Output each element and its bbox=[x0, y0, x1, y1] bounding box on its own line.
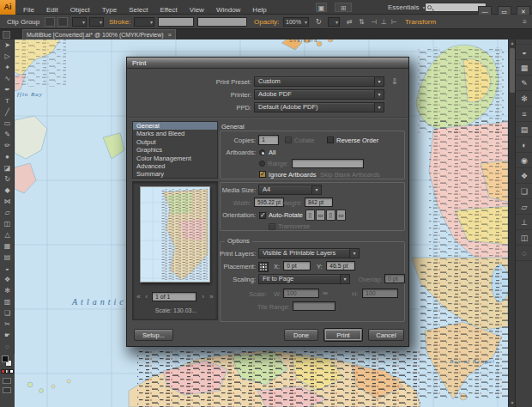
link-dimensions-icon[interactable]: ∞ bbox=[323, 289, 328, 299]
workspace-switcher[interactable]: Essentials bbox=[388, 0, 425, 15]
ppd-dropdown[interactable]: Default (Adobe PDF) bbox=[254, 102, 384, 112]
printer-dropdown[interactable]: Adobe PDF bbox=[254, 89, 384, 100]
color-panel-icon[interactable]: ◒ bbox=[516, 45, 532, 60]
transparency-panel-icon[interactable]: ◐ bbox=[516, 137, 532, 153]
collate-checkbox[interactable] bbox=[285, 137, 292, 143]
perspective-grid-tool[interactable]: △ bbox=[0, 229, 15, 240]
drawing-mode-icon[interactable] bbox=[3, 378, 11, 384]
ignore-artboards-checkbox[interactable] bbox=[259, 171, 266, 178]
eraser-tool[interactable]: ◪ bbox=[0, 162, 15, 173]
eyedropper-tool[interactable]: ◒ bbox=[0, 263, 15, 274]
width-tool[interactable]: ⋈ bbox=[0, 196, 15, 207]
orientation-portrait-up-button[interactable]: ▯ bbox=[305, 210, 315, 221]
stroke-weight-stepper[interactable] bbox=[134, 17, 154, 27]
screen-mode-icon[interactable] bbox=[3, 387, 11, 393]
navigator-panel-icon[interactable]: ◌ bbox=[516, 246, 532, 261]
transverse-checkbox[interactable] bbox=[269, 223, 275, 230]
stroke-color-dropdown[interactable] bbox=[89, 17, 104, 27]
align-left-icon[interactable]: ⊣ bbox=[371, 15, 377, 29]
range-field[interactable] bbox=[292, 159, 364, 168]
free-transform-tool[interactable]: ▱ bbox=[0, 207, 15, 218]
media-size-dropdown[interactable]: A4 bbox=[258, 185, 322, 195]
print-layers-dropdown[interactable]: Visible & Printable Layers bbox=[258, 248, 360, 258]
flip-horizontal-icon[interactable]: ⇄ bbox=[347, 15, 353, 29]
y-field[interactable]: 46.5 pt bbox=[326, 261, 355, 270]
section-summary[interactable]: Summary bbox=[133, 170, 217, 178]
next-page-icon[interactable]: › bbox=[199, 292, 207, 301]
fill-swatch[interactable] bbox=[2, 355, 9, 362]
rectangle-tool[interactable]: ▭ bbox=[0, 118, 15, 129]
close-tab-icon[interactable]: × bbox=[168, 31, 172, 39]
align-right-icon[interactable]: ⊢ bbox=[391, 15, 397, 29]
stroke-indicator-icon[interactable] bbox=[57, 17, 68, 27]
app-logo[interactable]: Ai bbox=[0, 0, 15, 15]
direct-selection-tool[interactable]: ▷ bbox=[0, 51, 15, 62]
fill-color-dropdown[interactable] bbox=[72, 17, 87, 27]
rotate-tool[interactable]: ↻ bbox=[0, 173, 15, 185]
slice-tool[interactable]: ✂ bbox=[0, 319, 15, 330]
scaling-dropdown[interactable]: Fit to Page bbox=[258, 274, 350, 284]
artboards-range-radio[interactable] bbox=[259, 161, 265, 167]
recolor-artwork-icon[interactable]: ↻ bbox=[316, 15, 322, 29]
scale-w-field[interactable]: 100 bbox=[283, 289, 319, 298]
scale-h-field[interactable]: 100 bbox=[362, 289, 398, 298]
hand-tool[interactable]: ☛ bbox=[0, 330, 15, 341]
shape-builder-tool[interactable]: ◫ bbox=[0, 218, 15, 229]
vertical-scrollbar[interactable]: ▲ ▼ bbox=[508, 39, 515, 407]
orientation-landscape-right-button[interactable]: ▭ bbox=[336, 210, 346, 221]
section-general[interactable]: General bbox=[133, 122, 217, 130]
column-graph-tool[interactable]: ▥ bbox=[0, 296, 15, 307]
mesh-tool[interactable]: ▦ bbox=[0, 240, 15, 252]
brushes-panel-icon[interactable]: ✎ bbox=[516, 76, 532, 91]
symbols-panel-icon[interactable]: ✻ bbox=[516, 91, 532, 106]
last-page-icon[interactable]: » bbox=[208, 292, 215, 301]
control-panel-menu-icon[interactable]: ≡ bbox=[523, 15, 527, 29]
transform-link[interactable]: Transform bbox=[405, 15, 436, 29]
graphic-styles-panel-icon[interactable]: ❖ bbox=[516, 168, 532, 184]
symbol-sprayer-tool[interactable]: ✻ bbox=[0, 285, 15, 296]
print-button[interactable]: Print bbox=[323, 328, 363, 342]
zoom-tool[interactable]: ◌ bbox=[0, 341, 15, 352]
document-tab[interactable]: MultiBlue [Converted].ai* @ 100% (CMYK/P… bbox=[22, 29, 176, 39]
gradient-tool[interactable]: ▤ bbox=[0, 252, 15, 263]
cancel-button[interactable]: Cancel bbox=[368, 329, 404, 341]
setup-button[interactable]: Setup... bbox=[134, 329, 173, 341]
align-center-icon[interactable]: ⊥ bbox=[381, 15, 387, 29]
width-profile-dropdown[interactable] bbox=[158, 17, 194, 27]
orientation-portrait-down-button[interactable]: ▯ bbox=[326, 210, 336, 221]
opacity-value-dropdown[interactable]: 100% bbox=[283, 17, 309, 27]
done-button[interactable]: Done bbox=[284, 329, 318, 341]
line-segment-tool[interactable]: ╱ bbox=[0, 106, 15, 118]
section-advanced[interactable]: Advanced bbox=[133, 162, 217, 170]
align-panel-icon[interactable]: ⊥ bbox=[516, 215, 532, 230]
opacity-link[interactable]: Opacity: bbox=[254, 15, 279, 29]
lasso-tool[interactable]: ∿ bbox=[0, 73, 15, 84]
paintbrush-tool[interactable]: ✎ bbox=[0, 129, 15, 140]
artboard-tool[interactable]: ❏ bbox=[0, 307, 15, 319]
overlap-field[interactable]: 0 pt bbox=[384, 274, 405, 283]
magic-wand-tool[interactable]: ✦ bbox=[0, 62, 15, 73]
reverse-order-checkbox[interactable] bbox=[327, 137, 334, 143]
save-preset-icon[interactable] bbox=[389, 77, 401, 87]
appearance-panel-icon[interactable]: ◉ bbox=[516, 153, 532, 168]
copies-field[interactable]: 1 bbox=[258, 135, 279, 145]
auto-rotate-checkbox[interactable] bbox=[259, 212, 266, 219]
x-field[interactable]: 0 pt bbox=[283, 261, 311, 270]
none-mode-icon[interactable] bbox=[9, 369, 14, 374]
page-indicator-field[interactable]: 1 of 1 bbox=[152, 292, 196, 301]
first-page-icon[interactable]: « bbox=[135, 292, 142, 301]
pencil-tool[interactable]: ✏ bbox=[0, 140, 15, 151]
placement-proxy-widget[interactable] bbox=[258, 262, 269, 272]
swatches-panel-icon[interactable]: ▦ bbox=[516, 60, 532, 76]
selection-tool[interactable]: ➤ bbox=[0, 39, 15, 51]
blob-brush-tool[interactable]: ● bbox=[0, 151, 15, 162]
arrange-documents-icon[interactable]: ▣ bbox=[316, 3, 327, 12]
style-dropdown[interactable] bbox=[328, 17, 340, 27]
scale-tool[interactable]: ◆ bbox=[0, 185, 15, 196]
stroke-panel-icon[interactable]: ≡ bbox=[516, 106, 532, 122]
gradient-panel-icon[interactable]: ▤ bbox=[516, 122, 532, 137]
dialog-title[interactable]: Print bbox=[127, 58, 408, 69]
layout-switch-icon[interactable]: ⊞ bbox=[335, 3, 352, 12]
print-preset-dropdown[interactable]: Custom bbox=[254, 76, 384, 87]
pathfinder-panel-icon[interactable]: ◫ bbox=[516, 230, 532, 246]
